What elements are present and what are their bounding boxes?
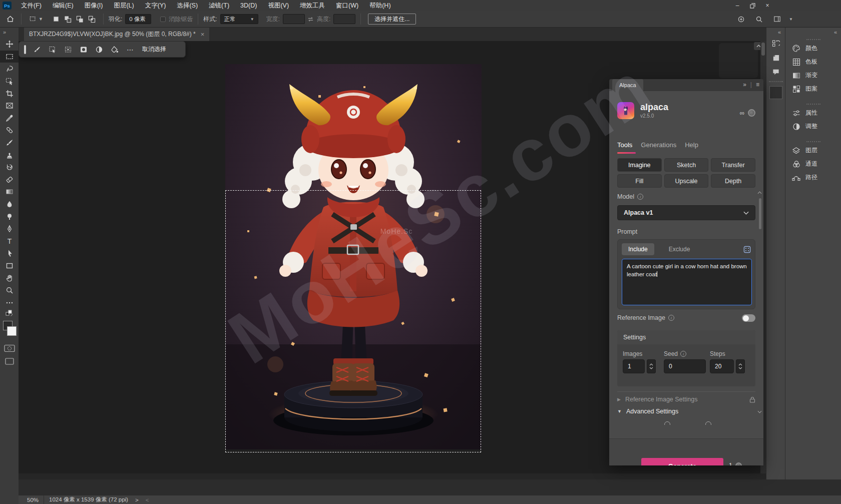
deselect-button[interactable]: 取消选择 [142,45,166,54]
advanced-settings-row[interactable]: ▼ Advanced Settings [617,405,755,417]
comments-panel-icon[interactable] [766,65,785,79]
steps-stepper[interactable] [736,359,745,373]
rectangular-marquee-tool[interactable] [0,51,19,63]
spot-healing-tool[interactable] [0,124,19,137]
transform-selection-icon[interactable] [64,45,73,54]
feather-input[interactable]: 0 像素 [125,14,151,24]
clone-stamp-tool[interactable] [0,149,19,161]
chevron-down-icon[interactable]: ▼ [789,17,793,22]
panel-channels[interactable]: 通道 [785,157,841,171]
menu-layer[interactable]: 图层(L) [108,0,139,11]
exclude-tab[interactable]: Exclude [662,243,697,255]
tab-generations[interactable]: Generations [641,141,676,149]
tab-tools[interactable]: Tools [617,141,632,149]
imagine-button[interactable]: Imagine [617,158,662,172]
prompt-textarea[interactable]: A cartoon cute girl in a cow horn hat an… [622,259,752,305]
move-tool[interactable] [0,38,19,51]
menu-view[interactable]: 视图(V) [262,0,294,11]
close-icon[interactable]: × [762,1,773,10]
dodge-tool[interactable] [0,210,19,223]
include-tab[interactable]: Include [622,243,654,255]
brush-tool[interactable] [0,137,19,149]
random-prompt-dice-icon[interactable] [743,246,751,253]
subtract-selection-icon[interactable] [74,13,86,25]
type-tool[interactable]: T [0,235,19,248]
scroll-down-icon[interactable] [757,410,762,413]
horizontal-scrollbar[interactable] [19,473,766,479]
menu-select[interactable]: 选择(S) [171,0,203,11]
frame-tool[interactable] [0,100,19,112]
expand-panel-icon[interactable]: » [743,81,746,88]
scroll-up-icon[interactable] [757,191,762,194]
width-input[interactable] [283,14,305,24]
select-brush-icon[interactable] [33,45,42,54]
share-icon[interactable] [735,13,747,25]
quick-mask-icon[interactable] [0,342,19,355]
history-panel-icon[interactable] [766,37,785,51]
menu-3d[interactable]: 3D(D) [235,0,262,11]
menu-type[interactable]: 文字(Y) [140,0,172,11]
generate-button[interactable]: Generate [641,458,723,465]
panel-scrollbar-thumb[interactable] [759,198,761,229]
object-selection-tool[interactable] [0,75,19,88]
transfer-button[interactable]: Transfer [711,158,755,172]
fill-button[interactable]: Fill [617,174,662,188]
document-tab[interactable]: BTXJRZD4G9$)VLVW(XOJ}BK.jpg @ 50% (图层 0,… [24,28,209,41]
seed-input[interactable]: 0 [664,359,706,373]
history-brush-tool[interactable] [0,161,19,174]
info-icon[interactable]: i [680,351,686,357]
select-and-mask-button[interactable]: 选择并遮住... [368,14,416,25]
blur-tool[interactable] [0,198,19,211]
panel-properties[interactable]: 属性 [785,106,841,120]
intersect-selection-icon[interactable] [86,13,98,25]
panel-paths[interactable]: 路径 [785,171,841,184]
eyedropper-tool[interactable] [0,112,19,125]
menu-help[interactable]: 帮助(H) [364,0,396,11]
upscale-button[interactable]: Upscale [664,174,709,188]
info-icon[interactable]: i [668,315,674,321]
panel-swatches[interactable]: 色板 [785,55,841,69]
restore-icon[interactable] [747,1,758,10]
lasso-tool[interactable] [0,63,19,75]
fill-icon[interactable] [110,45,119,54]
add-selection-icon[interactable] [62,13,74,25]
menu-window[interactable]: 窗口(W) [330,0,364,11]
edit-toolbar-icon[interactable] [0,296,19,309]
menu-file[interactable]: 文件(F) [16,0,47,11]
chevron-down-icon[interactable]: ▼ [39,17,43,22]
background-color[interactable] [7,326,17,336]
panel-gradients[interactable]: 渐变 [785,69,841,82]
adjustment-icon[interactable] [95,45,104,54]
menu-image[interactable]: 图像(I) [79,0,109,11]
swap-colors-icon[interactable] [0,309,19,318]
create-mask-icon[interactable] [79,45,88,54]
scroll-left-icon[interactable]: < [146,497,149,503]
collapse-rail-icon[interactable]: » [0,28,19,35]
home-icon[interactable] [4,13,16,25]
pen-tool[interactable] [0,223,19,235]
status-chevron-icon[interactable]: > [135,497,139,503]
collapse-dock-icon[interactable]: « [778,29,781,35]
workspace-icon[interactable] [771,13,783,25]
more-options-icon[interactable]: ⋯ [126,45,135,54]
gradient-tool[interactable] [0,186,19,198]
panel-menu-icon[interactable]: ≡ [756,81,759,88]
images-stepper[interactable] [647,359,656,373]
alpaca-panel-tab[interactable]: Alpaca [612,79,643,91]
style-select[interactable]: 正常▼ [220,14,258,24]
height-input[interactable] [333,14,355,24]
zoom-tool[interactable] [0,284,19,297]
libraries-panel-icon[interactable] [766,51,785,65]
info-icon[interactable]: i [637,194,643,200]
tab-help[interactable]: Help [685,141,698,149]
close-tab-icon[interactable]: × [201,31,205,38]
new-selection-icon[interactable] [50,13,62,25]
collapse-dock-icon[interactable]: « [834,29,837,35]
zoom-level[interactable]: 50% [27,497,39,503]
reference-image-toggle[interactable] [742,314,755,322]
hand-tool[interactable] [0,272,19,284]
steps-input[interactable]: 20 [710,359,734,373]
model-select[interactable]: Alpaca v1 [617,205,755,220]
screen-mode-icon[interactable] [0,355,19,368]
panel-adjustments[interactable]: 调整 [785,120,841,133]
